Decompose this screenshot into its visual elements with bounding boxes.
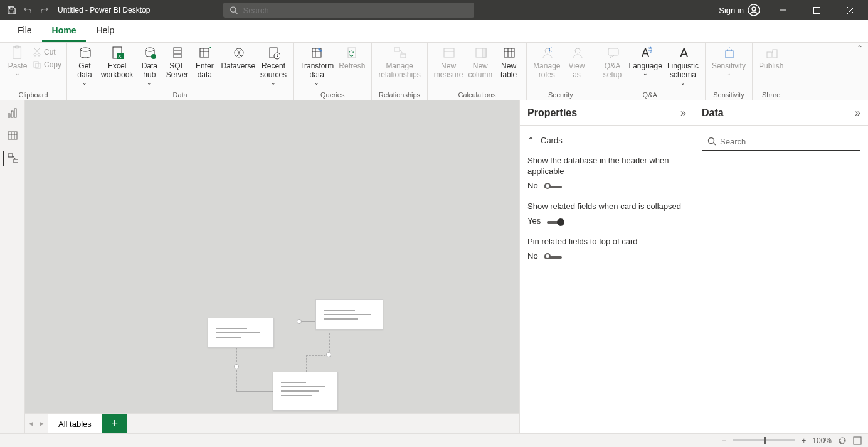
minimize-button[interactable] [769,0,798,20]
fit-page-icon[interactable] [838,436,847,445]
model-card[interactable] [273,372,338,411]
svg-rect-25 [200,48,209,57]
model-card[interactable] [315,299,383,330]
report-view-button[interactable] [5,105,20,121]
data-view-icon [7,130,18,141]
recent-sources-button[interactable]: Recent sources⌄ [258,44,289,87]
publish-button: Publish [756,44,786,70]
undo-icon[interactable] [23,5,33,15]
left-rail [0,100,25,433]
data-title: Data [702,107,724,119]
svg-point-11 [38,53,40,56]
collapse-ribbon-icon[interactable]: ⌃ [857,44,863,53]
sql-icon [171,46,183,59]
copy-button: Copy [31,59,63,70]
tab-home[interactable]: Home [42,20,87,42]
enter-data-button[interactable]: +Enter data [191,44,218,80]
excel-icon: X [111,46,124,59]
model-card[interactable] [208,318,274,348]
svg-text:字: 字 [648,46,652,53]
show-database-toggle[interactable] [544,186,562,188]
svg-rect-40 [444,48,454,57]
tab-file[interactable]: File [8,20,42,42]
qa-setup-button: Q&A setup [599,44,627,80]
data-search-box[interactable] [702,132,860,151]
collapse-data-icon[interactable]: » [855,107,860,119]
sensitivity-icon [722,46,735,59]
show-related-toggle[interactable] [547,221,564,223]
svg-rect-5 [814,7,820,13]
transform-data-button[interactable]: Transform data⌄ [297,44,336,87]
tab-help[interactable]: Help [86,20,124,42]
svg-rect-66 [8,154,13,157]
zoom-slider[interactable] [733,439,795,441]
svg-rect-67 [14,159,18,163]
connector-node [297,319,302,324]
svg-point-69 [709,138,714,144]
paste-icon [11,46,24,59]
model-view-button[interactable] [3,151,18,166]
excel-workbook-button[interactable]: XExcel workbook [98,44,135,80]
ribbon-tabs: File Home Help [0,20,868,43]
svg-point-3 [752,7,756,11]
svg-line-70 [714,143,716,145]
group-queries: Transform data⌄ Refresh Queries [294,43,372,100]
signin-button[interactable]: Sign in [715,4,764,16]
view-as-button: View as [563,44,591,80]
new-table-button[interactable]: New table [495,44,522,80]
tab-nav-prev[interactable]: ◄ [25,414,36,434]
dataverse-button[interactable]: Dataverse [218,44,258,70]
titlebar-search[interactable] [223,3,474,18]
schema-icon: A [677,46,689,59]
fullscreen-icon[interactable] [853,436,862,445]
language-button[interactable]: A字Language⌄ [627,44,665,77]
refresh-icon [346,46,358,59]
titlebar-search-input[interactable] [243,6,468,15]
data-hub-button[interactable]: Data hub⌄ [135,44,163,87]
svg-point-21 [151,54,156,59]
svg-text:+: + [209,46,211,52]
connector [306,355,329,356]
save-icon[interactable] [6,5,16,15]
zoom-in-button[interactable]: + [802,436,806,445]
data-view-button[interactable] [5,128,20,143]
sql-server-button[interactable]: SQL Server [163,44,191,80]
linguistic-schema-button[interactable]: ALinguistic schema⌄ [665,44,701,87]
cut-button: Cut [31,46,63,58]
pin-related-toggle[interactable] [544,256,562,259]
add-tab-button[interactable]: + [102,414,127,434]
svg-rect-58 [773,50,777,58]
svg-rect-43 [482,48,486,57]
measure-icon [442,46,455,59]
model-view-icon [8,153,18,164]
properties-pane: Properties » ⌃ Cards Show the database i… [519,100,694,433]
svg-line-68 [13,156,16,159]
properties-title: Properties [527,107,577,119]
tab-all-tables[interactable]: All tables [48,414,102,434]
svg-point-10 [34,53,36,56]
paste-button: Paste ⌄ [4,44,31,80]
svg-text:A: A [680,46,689,60]
data-search-input[interactable] [720,137,855,146]
zoom-out-button[interactable]: − [722,436,726,445]
close-button[interactable] [837,0,865,20]
svg-line-50 [553,51,553,52]
svg-line-13 [34,48,39,53]
column-icon [474,46,487,59]
svg-line-39 [400,50,403,54]
dataverse-icon [232,46,245,59]
model-canvas[interactable] [25,100,519,413]
language-icon: A字 [639,46,652,59]
svg-rect-57 [767,52,771,58]
titlebar: Untitled - Power BI Desktop Sign in [0,0,868,20]
collapse-properties-icon[interactable]: » [680,107,686,119]
connector [236,391,274,392]
cards-section-header[interactable]: ⌃ Cards [527,132,686,149]
maximize-button[interactable] [803,0,832,20]
tab-nav-next[interactable]: ► [36,414,48,434]
svg-point-51 [575,48,580,53]
redo-icon[interactable] [39,5,49,15]
get-data-button[interactable]: Get data⌄ [71,44,98,87]
group-data: Get data⌄ XExcel workbook Data hub⌄ SQL … [67,43,294,100]
group-clipboard: Paste ⌄ Cut Copy Clipboard [0,43,67,100]
